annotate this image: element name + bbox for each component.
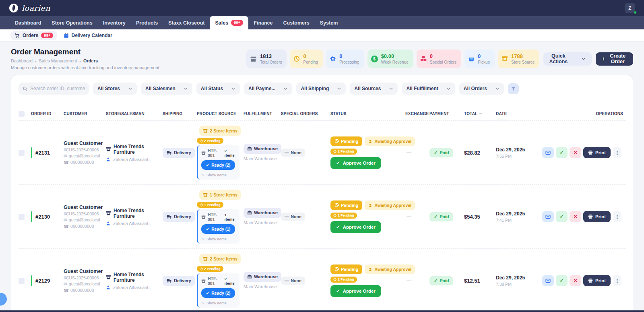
warehouse-icon	[247, 274, 252, 279]
clock-icon	[200, 139, 203, 143]
orders-label: Orders	[23, 33, 38, 38]
ready-button[interactable]: ✓Ready (2)	[201, 288, 235, 298]
table-row: #2130 Guest Customer #CUS-2025-00003 ✉gu…	[19, 184, 625, 248]
quick-actions-dropdown[interactable]: Quick Actions	[543, 52, 592, 66]
page-header: Order Management Dashboard - Sales Manag…	[11, 48, 633, 70]
approve-order-button[interactable]: ✓Approve Order	[330, 221, 381, 233]
nav-inventory[interactable]: Inventory	[98, 16, 131, 29]
filter-all-orders[interactable]: All Orders	[459, 83, 504, 95]
show-items-toggle[interactable]: Show Items	[201, 237, 236, 241]
select-all-checkbox[interactable]	[19, 111, 25, 117]
page-title: Order Management	[11, 48, 242, 56]
show-items-toggle[interactable]: Show Items	[201, 301, 236, 305]
chevron-down-icon	[231, 87, 235, 91]
email-order-button[interactable]	[542, 275, 554, 286]
kebab-icon: ⋮	[615, 278, 620, 284]
ready-button[interactable]: ✓Ready (2)	[201, 160, 235, 170]
filter-all-payments[interactable]: All Payme...	[244, 83, 292, 95]
nav-staxx-closeout[interactable]: Staxx Closeout	[163, 16, 210, 29]
print-button[interactable]: Print	[583, 147, 611, 158]
approve-order-button[interactable]: ✓Approve Order	[330, 285, 381, 297]
store-items-badge: 2 Store Items	[199, 254, 241, 264]
hourglass-icon	[368, 267, 372, 271]
filter-label: All Payme...	[248, 86, 275, 91]
floating-helper-button[interactable]	[0, 293, 7, 306]
customer-phone: 0000000000	[70, 159, 94, 165]
chevron-down-icon	[201, 301, 205, 305]
phone-glyph-icon: ☎	[64, 223, 69, 229]
boxes-icon	[420, 56, 427, 62]
show-items-toggle[interactable]: Show Items	[201, 173, 236, 177]
stat-value: 1813	[260, 53, 282, 60]
search-input[interactable]	[30, 86, 85, 91]
col-payment: PAYMENT	[429, 112, 464, 116]
delivery-calendar-label: Delivery Calendar	[71, 33, 112, 38]
nav-sales-active[interactable]: Sales 99+	[210, 16, 248, 29]
breadcrumb-sales-management[interactable]: Sales Management	[39, 58, 77, 63]
row-checkbox[interactable]	[19, 150, 25, 156]
print-button[interactable]: Print	[583, 211, 611, 222]
filter-all-status[interactable]: All Status	[196, 83, 240, 95]
nav-customers[interactable]: Customers	[278, 16, 315, 29]
filter-all-fulfillment[interactable]: All Fulfillment	[402, 83, 455, 95]
printer-icon	[588, 214, 593, 219]
more-actions-button[interactable]: ⋮	[613, 275, 621, 286]
approve-order-button[interactable]: ✓Approve Order	[330, 157, 381, 169]
source-pending-badge: 2 Pending	[197, 138, 223, 144]
chevron-down-icon	[201, 173, 205, 177]
mail-icon	[545, 150, 551, 155]
nav-finance[interactable]: Finance	[248, 16, 278, 29]
reject-icon-button[interactable]: ✕	[570, 211, 581, 222]
filter-all-stores[interactable]: All Stores	[93, 83, 137, 95]
reject-icon-button[interactable]: ✕	[570, 275, 581, 286]
nav-label: Products	[136, 20, 158, 26]
salesman-name: Zakaria Alhassanh	[113, 157, 150, 162]
nav-store-operations[interactable]: Store Operations	[46, 16, 97, 29]
email-order-button[interactable]	[542, 147, 554, 158]
fulfillment-location: Main Warehouse	[244, 284, 281, 289]
col-shipping: SHIPPING	[163, 112, 197, 116]
salesman-name: Zakaria Alhassanh	[113, 221, 150, 226]
user-avatar[interactable]: Z	[625, 3, 635, 13]
nav-products[interactable]: Products	[131, 16, 163, 29]
order-time: 7:55 PM	[496, 154, 542, 159]
filter-all-shipping[interactable]: All Shipping	[296, 83, 346, 95]
row-checkbox[interactable]	[19, 278, 25, 284]
advanced-filter-button[interactable]	[508, 83, 519, 94]
store-name: Home Trends Furniture	[114, 272, 163, 283]
top-bar: loarien Z	[0, 0, 644, 16]
print-button[interactable]: Print	[583, 275, 611, 286]
kebab-icon: ⋮	[615, 214, 620, 220]
fulfillment-badge: Warehouse	[244, 144, 281, 154]
approve-icon-button[interactable]: ✓	[556, 147, 568, 158]
chevron-down-icon	[581, 56, 586, 61]
subnav-delivery-calendar[interactable]: Delivery Calendar	[64, 33, 112, 38]
email-order-button[interactable]	[542, 211, 554, 222]
truck-icon	[167, 150, 172, 155]
chevron-down-icon	[389, 87, 393, 91]
filter-all-sources[interactable]: All Sources	[350, 83, 398, 95]
nav-label: Staxx Closeout	[168, 20, 204, 26]
col-total-sortable[interactable]: TOTAL	[464, 112, 496, 116]
more-actions-button[interactable]: ⋮	[613, 211, 621, 222]
ready-button[interactable]: ✓Ready (1)	[201, 224, 235, 234]
customer-phone: 0000000000	[70, 287, 94, 293]
reject-icon-button[interactable]: ✕	[570, 147, 581, 158]
more-actions-button[interactable]: ⋮	[613, 147, 621, 158]
create-order-button[interactable]: + Create Order	[596, 52, 633, 66]
nav-system[interactable]: System	[315, 16, 343, 29]
approve-icon-button[interactable]: ✓	[556, 211, 568, 222]
clock-icon	[333, 278, 336, 281]
brand-logo: loarien	[9, 3, 50, 13]
special-orders-badge: —None	[281, 213, 305, 221]
nav-dashboard[interactable]: Dashboard	[10, 16, 46, 29]
order-total: $12.51	[464, 278, 496, 284]
subnav-orders[interactable]: Orders 99+	[10, 31, 57, 40]
breadcrumb-dashboard[interactable]: Dashboard	[11, 58, 33, 63]
approve-icon-button[interactable]: ✓	[556, 275, 568, 286]
store-icon	[201, 151, 206, 155]
check-icon: ✓	[434, 278, 438, 283]
row-checkbox[interactable]	[19, 214, 25, 220]
status-pending-badge: Pending	[330, 200, 362, 210]
filter-all-salesmen[interactable]: All Salesmen	[141, 83, 192, 95]
